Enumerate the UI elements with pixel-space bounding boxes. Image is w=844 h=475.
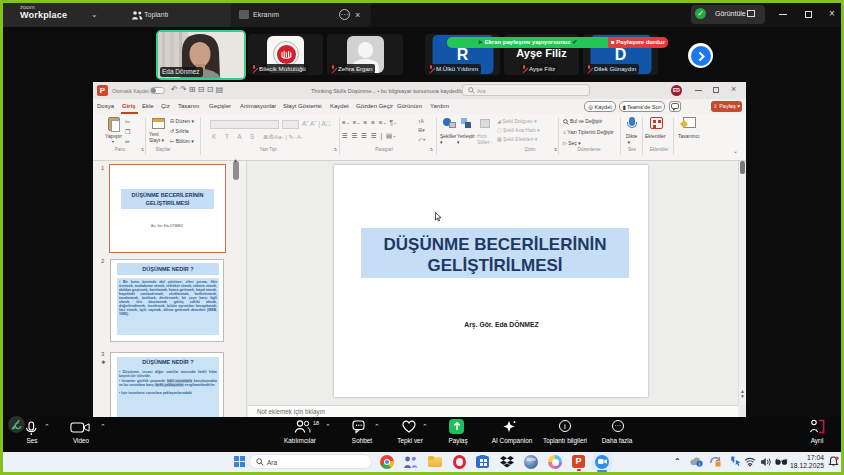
svg-text:i: i xyxy=(699,461,700,467)
